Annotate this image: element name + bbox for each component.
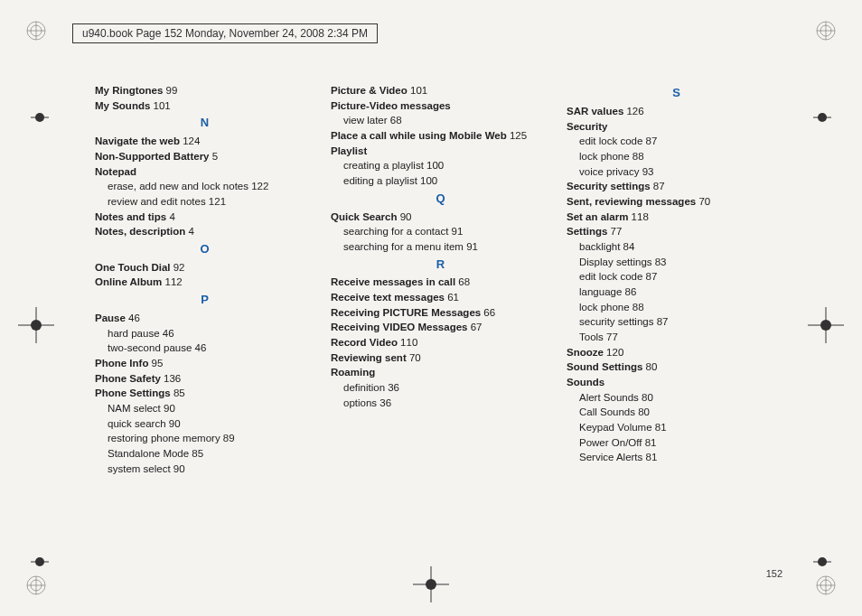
index-subentry: hard pause 46 (95, 326, 314, 341)
index-entry: Record Video 110 (331, 335, 550, 350)
index-entry: Phone Settings 85 (95, 386, 314, 401)
index-column-3: SSAR values 126Securityedit lock code 87… (567, 83, 786, 476)
index-entry: Snooze 120 (567, 345, 786, 360)
index-subentry: editing a playlist 100 (331, 173, 550, 189)
index-letter-heading: Q (331, 191, 550, 208)
crop-mark-icon (815, 20, 837, 42)
index-letter-heading: P (95, 292, 314, 309)
index-entry: Receiving VIDEO Messages 67 (331, 320, 550, 335)
index-column-2: Picture & Video 101Picture-Video message… (331, 83, 550, 476)
index-subentry: review and edit notes 121 (95, 194, 314, 210)
index-subentry: quick search 90 (95, 416, 314, 432)
index-subentry: Tools 77 (567, 330, 786, 345)
index-subentry: Keypad Volume 81 (567, 420, 786, 435)
index-subentry: two-second pause 46 (95, 341, 314, 356)
index-subentry: view later 68 (331, 113, 550, 128)
index-entry: Quick Search 90 (331, 210, 550, 225)
registration-mark-icon (413, 566, 449, 602)
index-subentry: searching for a contact 91 (331, 224, 550, 239)
index-entry: Place a call while using Mobile Web 125 (331, 128, 550, 144)
index-entry: Notepad (95, 164, 314, 180)
index-entry: My Ringtones 99 (95, 83, 314, 98)
index-subentry: voice privacy 93 (567, 164, 786, 180)
index-entry: Receiving PICTURE Messages 66 (331, 305, 550, 321)
index-subentry: edit lock code 87 (567, 134, 786, 149)
index-subentry: system select 90 (95, 462, 314, 477)
index-entry: Roaming (331, 365, 550, 380)
index-entry: Set an alarm 118 (567, 210, 786, 225)
index-entry: Notes and tips 4 (95, 210, 314, 225)
index-subentry: Power On/Off 81 (567, 435, 786, 451)
index-subentry: Standalone Mode 85 (95, 446, 314, 462)
index-letter-heading: R (331, 257, 550, 274)
index-subentry: searching for a menu item 91 (331, 239, 550, 255)
index-entry: Security settings 87 (567, 179, 786, 194)
index-column-1: My Ringtones 99My Sounds 101NNavigate th… (95, 83, 314, 476)
index-subentry: erase, add new and lock notes 122 (95, 179, 314, 194)
index-entry: Sounds (567, 375, 786, 390)
index-subentry: creating a playlist 100 (331, 158, 550, 173)
index-entry: Phone Safety 136 (95, 371, 314, 387)
registration-mark-icon (804, 544, 840, 580)
registration-mark-icon (22, 544, 58, 580)
index-entry: Notes, description 4 (95, 224, 314, 239)
index-subentry: restoring phone memory 89 (95, 431, 314, 446)
registration-mark-icon (804, 99, 840, 135)
index-entry: Online Album 112 (95, 275, 314, 290)
index-subentry: Service Alerts 81 (567, 450, 786, 465)
index-subentry: Call Sounds 80 (567, 405, 786, 420)
index-entry: Receive text messages 61 (331, 290, 550, 305)
index-entry: Navigate the web 124 (95, 134, 314, 149)
index-entry: Picture-Video messages (331, 98, 550, 114)
index-subentry: edit lock code 87 (567, 269, 786, 285)
index-subentry: backlight 84 (567, 239, 786, 255)
index-letter-heading: N (95, 115, 314, 132)
index-entry: Reviewing sent 70 (331, 350, 550, 366)
index-entry: One Touch Dial 92 (95, 260, 314, 275)
index-entry: Sound Settings 80 (567, 359, 786, 375)
index-entry: Non-Supported Battery 5 (95, 149, 314, 164)
index-entry: My Sounds 101 (95, 98, 314, 114)
registration-mark-icon (18, 307, 54, 343)
index-entry: Sent, reviewing messages 70 (567, 194, 786, 210)
index-subentry: definition 36 (331, 380, 550, 396)
index-entry: Phone Info 95 (95, 356, 314, 371)
registration-mark-icon (22, 99, 58, 135)
index-subentry: lock phone 88 (567, 149, 786, 164)
index-subentry: language 86 (567, 285, 786, 300)
index-subentry: Alert Sounds 80 (567, 390, 786, 406)
index-entry: Security (567, 119, 786, 135)
index-entry: Receive messages in call 68 (331, 275, 550, 290)
index-subentry: NAM select 90 (95, 401, 314, 416)
index-subentry: lock phone 88 (567, 300, 786, 315)
index-page-content: My Ringtones 99My Sounds 101NNavigate th… (95, 83, 786, 476)
index-entry: SAR values 126 (567, 104, 786, 119)
index-letter-heading: O (95, 241, 314, 258)
registration-mark-icon (808, 307, 844, 343)
index-entry: Picture & Video 101 (331, 83, 550, 98)
index-subentry: security settings 87 (567, 314, 786, 330)
crop-mark-icon (25, 20, 47, 42)
index-entry: Settings 77 (567, 224, 786, 239)
index-letter-heading: S (567, 85, 786, 102)
index-entry: Playlist (331, 144, 550, 159)
index-subentry: Display settings 83 (567, 255, 786, 270)
doc-header: u940.book Page 152 Monday, November 24, … (72, 23, 378, 43)
page-number: 152 (766, 568, 782, 579)
index-subentry: options 36 (331, 396, 550, 411)
index-entry: Pause 46 (95, 311, 314, 326)
